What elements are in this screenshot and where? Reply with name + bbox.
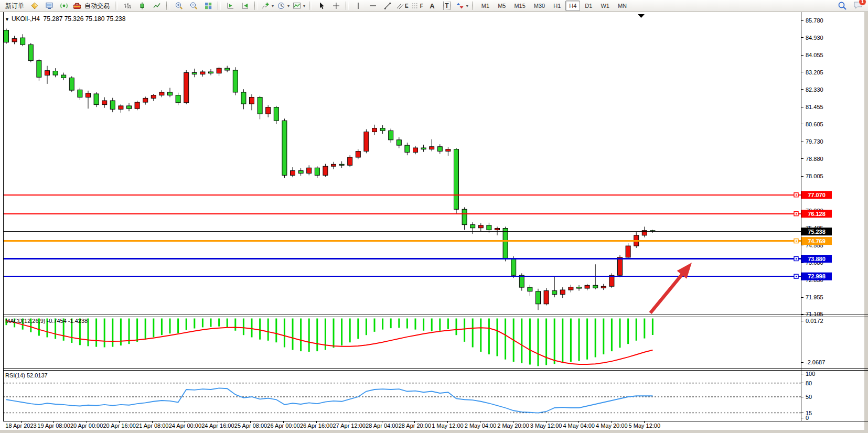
price-axis-label: 71.105: [806, 311, 823, 317]
new-order-button[interactable]: 新订单: [2, 0, 27, 12]
trendline-tool-button[interactable]: [380, 0, 395, 12]
signals-button[interactable]: [57, 0, 71, 12]
candle-bullish: [618, 257, 623, 275]
candle-bullish: [119, 106, 123, 109]
vertical-line-tool-button[interactable]: [351, 0, 366, 12]
market-watch-button[interactable]: [42, 0, 57, 12]
chart-canvas: 85.78084.93084.05583.20582.33081.45580.6…: [0, 0, 868, 433]
auto-scroll-button[interactable]: [238, 0, 252, 12]
time-axis-label: 3 May 12:00: [530, 423, 562, 429]
candle-bullish: [569, 287, 573, 290]
candle-bearish: [258, 97, 262, 114]
candle-bearish: [53, 71, 58, 75]
candle-bullish: [560, 290, 565, 294]
search-icon[interactable]: [838, 1, 847, 10]
templates-button[interactable]: ▾: [291, 0, 307, 12]
window-bottom-border: [0, 430, 868, 433]
candle-bullish: [495, 229, 500, 230]
crosshair-tool-button[interactable]: [329, 0, 344, 12]
channel-tool-button[interactable]: E: [395, 0, 410, 12]
candle-bearish: [315, 168, 319, 175]
candle-bearish: [470, 225, 475, 228]
label-tool-button[interactable]: T: [440, 0, 454, 12]
time-axis-label: 4 May 20:00: [596, 423, 628, 429]
candle-bearish: [519, 275, 524, 287]
candle-bearish: [487, 225, 491, 230]
arrows-icon: [456, 2, 464, 10]
timeframe-button-W1[interactable]: W1: [597, 1, 613, 11]
price-badge-label: 76.128: [808, 211, 826, 217]
candle-bearish: [462, 209, 467, 224]
chevron-down-icon: ▾: [272, 4, 274, 8]
candle-bearish: [437, 147, 442, 151]
candle-bullish: [323, 166, 328, 175]
price-badge-label: 73.880: [808, 256, 826, 262]
horizontal-line-tool-button[interactable]: [366, 0, 380, 12]
arrows-tool-button[interactable]: ▾: [454, 0, 470, 12]
hline-handle-dot: [796, 241, 797, 242]
candle-bullish: [307, 168, 312, 173]
zoom-out-button[interactable]: [186, 0, 201, 12]
history-center-button[interactable]: [27, 0, 42, 12]
candlestick-mode-button[interactable]: [135, 0, 149, 12]
label-tool-letter: T: [443, 2, 450, 10]
zoom-in-button[interactable]: [172, 0, 186, 12]
toolbar: 新订单 自动交易: [0, 0, 868, 12]
fibonacci-tool-button[interactable]: F: [410, 0, 425, 12]
new-chart-icon: [261, 2, 270, 10]
timeframe-button-H1[interactable]: H1: [550, 1, 564, 11]
time-axis-label: 24 Apr 16:00: [201, 423, 234, 429]
new-chart-button[interactable]: ▾: [260, 0, 275, 12]
price-axis-label: 78.880: [806, 156, 823, 162]
candle-bullish: [478, 225, 483, 228]
timeframe-button-M1[interactable]: M1: [478, 1, 493, 11]
auto-trading-button[interactable]: 自动交易: [71, 0, 113, 12]
candle-bullish: [184, 73, 189, 103]
candle-bullish: [626, 246, 630, 257]
bar-chart-mode-button[interactable]: [120, 0, 135, 12]
line-chart-mode-button[interactable]: [149, 0, 164, 12]
window-right-border: [864, 12, 868, 433]
time-axis-label: 26 Apr 16:00: [300, 423, 333, 429]
candle-bullish: [291, 171, 295, 176]
timeframe-button-D1[interactable]: D1: [581, 1, 596, 11]
candle-bearish: [28, 45, 33, 61]
candle-bearish: [528, 287, 532, 291]
candle-bullish: [642, 231, 647, 235]
price-axis-label: 84.055: [806, 52, 823, 58]
signal-icon: [60, 2, 68, 10]
candle-bullish: [266, 107, 271, 114]
macd-axis-label: -2.0687: [806, 359, 825, 365]
time-axis-label: 2 May 20:00: [497, 423, 529, 429]
price-axis-label: 84.930: [806, 35, 823, 41]
price-axis-label: 80.605: [806, 121, 823, 127]
timeframe-button-H4[interactable]: H4: [565, 1, 580, 11]
chart-shift-button[interactable]: [223, 0, 238, 12]
candle-bullish: [544, 291, 549, 304]
candle-bullish: [151, 95, 156, 99]
time-axis-label: 5 May 12:00: [629, 423, 661, 429]
candle-bearish: [577, 287, 582, 288]
candle-bullish: [356, 151, 360, 157]
candle-bearish: [405, 145, 410, 152]
timeframe-button-M5[interactable]: M5: [494, 1, 509, 11]
periods-button[interactable]: ▾: [275, 0, 291, 12]
candle-bearish: [503, 229, 508, 258]
terminal-icon: [45, 2, 53, 10]
text-tool-button[interactable]: A: [425, 0, 440, 12]
toolbar-right-cluster: 1: [838, 1, 863, 12]
time-axis-label: 28 Apr 04:00: [366, 423, 398, 429]
notification-badge: 1: [859, 0, 866, 6]
notifications-button[interactable]: 1: [853, 1, 863, 12]
time-axis-label: 27 Apr 12:00: [333, 423, 366, 429]
timeframe-button-M15[interactable]: M15: [510, 1, 529, 11]
cursor-tool-button[interactable]: [314, 0, 329, 12]
time-axis-label: 4 May 04:00: [563, 423, 595, 429]
price-badge-label: 74.769: [808, 238, 826, 244]
candle-bearish: [4, 30, 9, 42]
time-axis-label: 20 Apr 16:00: [103, 423, 136, 429]
chart-background: [0, 12, 868, 433]
timeframe-button-MN[interactable]: MN: [614, 1, 630, 11]
timeframe-button-M30[interactable]: M30: [530, 1, 549, 11]
tile-windows-button[interactable]: [201, 0, 216, 12]
